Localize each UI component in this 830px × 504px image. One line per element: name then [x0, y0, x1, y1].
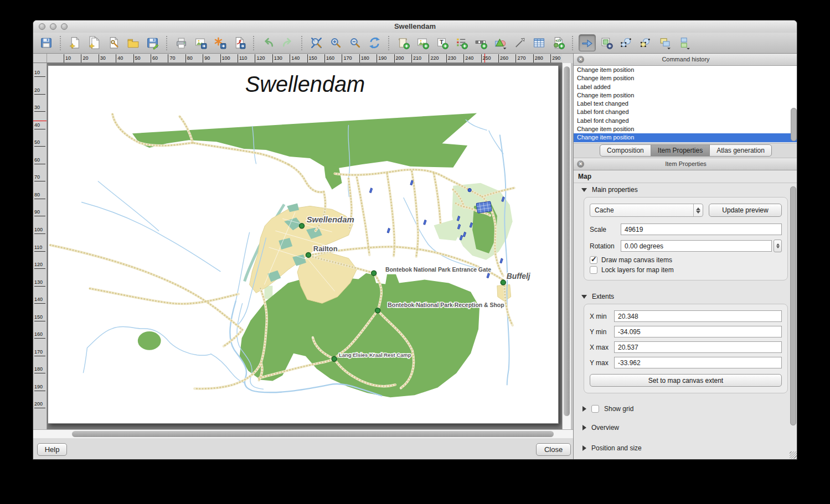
refresh-view-button[interactable]	[366, 34, 383, 51]
svg-text:</>: </>	[555, 38, 561, 43]
export-as-svg-button[interactable]	[212, 34, 229, 51]
command-history-item[interactable]: Change item position	[574, 91, 797, 100]
overview-label: Overview	[591, 424, 619, 432]
zoom-in-button[interactable]	[327, 34, 344, 51]
ruler-top: 1020304050607080901001101201301401501601…	[47, 54, 562, 63]
toolbar-separator	[166, 36, 168, 50]
composer-window: Swellendam T	[33, 20, 797, 460]
x-min-input[interactable]: 20.348	[614, 310, 782, 322]
ruler-tick: 70	[168, 54, 175, 63]
ruler-tick: 270	[515, 54, 525, 63]
x-max-label: X max	[590, 344, 614, 351]
undo-button[interactable]	[260, 34, 277, 51]
dock-tabs: Composition Item Properties Atlas genera…	[574, 143, 797, 158]
toolbar: T </>	[33, 33, 797, 54]
save-composition-button[interactable]	[38, 34, 55, 51]
main-properties-section-header[interactable]: Main properties	[581, 186, 789, 194]
command-history-list: Change item positionChange item position…	[574, 66, 797, 143]
ruler-tick: 210	[411, 54, 421, 63]
set-to-map-canvas-extent-button[interactable]: Set to map canvas extent	[590, 374, 782, 387]
lock-layers-checkbox[interactable]	[590, 266, 597, 274]
extents-section-header[interactable]: Extents	[581, 293, 789, 300]
command-history-item[interactable]: Label text changed	[574, 100, 797, 108]
ruler-tick: 20	[81, 54, 88, 63]
draw-map-canvas-items-checkbox[interactable]	[590, 256, 597, 264]
add-image-button[interactable]	[414, 34, 431, 51]
add-attribute-table-button[interactable]	[530, 34, 548, 51]
rotation-label: Rotation	[590, 242, 621, 250]
zoom-full-button[interactable]	[308, 34, 325, 51]
transform-item-button[interactable]	[637, 34, 654, 51]
y-min-input[interactable]: -34.095	[614, 326, 782, 337]
map-label-railton: Railton	[313, 245, 338, 253]
map-item[interactable]: Swellendam Railton Bontebok National Par…	[48, 66, 558, 423]
export-as-image-button[interactable]	[192, 34, 209, 51]
command-history-item[interactable]: Change item position	[574, 125, 797, 133]
close-panel-icon[interactable]: ✕	[577, 56, 584, 63]
y-max-input[interactable]: -33.962	[614, 357, 782, 368]
command-history-item[interactable]: Label added	[574, 83, 797, 91]
command-history-item[interactable]: Change item position	[574, 74, 797, 82]
new-composition-button[interactable]	[66, 34, 84, 51]
rotation-input[interactable]: 0.00 degrees	[621, 240, 772, 252]
map-title-label-item[interactable]: Swellendam	[245, 72, 365, 96]
show-grid-checkbox[interactable]	[591, 405, 599, 413]
edit-nodes-item-button[interactable]	[617, 34, 635, 51]
add-label-button[interactable]: T	[434, 34, 451, 51]
history-scrollbar-thumb[interactable]	[791, 108, 797, 141]
add-arrow-button[interactable]	[511, 34, 528, 51]
ruler-tick: 100	[34, 226, 45, 234]
x-max-input[interactable]: 20.537	[614, 341, 782, 353]
redo-button[interactable]	[279, 34, 296, 51]
dock-scrollbar-thumb[interactable]	[790, 186, 796, 425]
save-as-template-button[interactable]	[144, 34, 161, 51]
scale-input[interactable]: 49619	[621, 224, 782, 235]
command-history-item[interactable]: Label font changed	[574, 117, 797, 125]
ruler-tick: 30	[99, 54, 106, 63]
close-button[interactable]: Close	[536, 443, 571, 456]
position-and-size-section[interactable]: Position and size	[582, 444, 789, 452]
scrollbar-thumb[interactable]	[72, 431, 554, 437]
cache-mode-select[interactable]: Cache	[590, 204, 703, 217]
lock-layers-label: Lock layers for map item	[601, 266, 674, 274]
canvas-horizontal-scrollbar[interactable]	[33, 429, 573, 438]
tab-item-properties[interactable]: Item Properties	[651, 144, 710, 157]
close-panel-icon[interactable]: ✕	[577, 160, 584, 168]
titlebar[interactable]: Swellendam	[33, 20, 797, 33]
print-button[interactable]	[173, 34, 190, 51]
add-html-button[interactable]: </>	[550, 34, 567, 51]
add-shape-button[interactable]	[492, 34, 509, 51]
command-history-item[interactable]: Change item position	[574, 66, 797, 74]
add-scalebar-button[interactable]	[472, 34, 489, 51]
add-legend-button[interactable]	[453, 34, 470, 51]
ruler-tick: 180	[359, 54, 369, 63]
main-area: 1020304050607080901001101201301401501601…	[33, 54, 797, 459]
move-item-content-button[interactable]	[598, 34, 615, 51]
select-move-item-button[interactable]	[579, 34, 596, 51]
export-as-pdf-button[interactable]	[231, 34, 248, 51]
overview-section[interactable]: Overview	[582, 424, 789, 432]
rotation-spinner[interactable]	[774, 240, 782, 252]
composition-manager-button[interactable]	[105, 34, 122, 51]
load-from-template-button[interactable]	[125, 34, 142, 51]
scrollbar-thumb[interactable]	[564, 66, 570, 416]
paper[interactable]: Swellendam Railton Bontebok National Par…	[48, 65, 559, 424]
ruler-tick: 260	[498, 54, 508, 63]
raise-lower-items-button[interactable]	[656, 34, 673, 51]
add-new-map-button[interactable]	[395, 34, 412, 51]
zoom-out-button[interactable]	[347, 34, 364, 51]
align-items-button[interactable]	[676, 34, 693, 51]
command-history-item[interactable]: Label font changed	[574, 108, 797, 116]
resize-grip[interactable]	[790, 451, 797, 459]
ruler-tick: 40	[116, 54, 123, 63]
toolbar-separator	[572, 36, 574, 50]
canvas-vertical-scrollbar[interactable]	[562, 63, 571, 429]
update-preview-button[interactable]: Update preview	[709, 204, 782, 217]
duplicate-composition-button[interactable]	[86, 34, 103, 51]
composition-canvas[interactable]: Swellendam Railton Bontebok National Par…	[47, 63, 562, 429]
show-grid-section[interactable]: Show grid	[582, 405, 789, 413]
command-history-item[interactable]: Change item position	[574, 133, 797, 142]
help-button[interactable]: Help	[37, 443, 67, 456]
tab-composition[interactable]: Composition	[600, 144, 651, 157]
tab-atlas-generation[interactable]: Atlas generation	[709, 144, 772, 157]
